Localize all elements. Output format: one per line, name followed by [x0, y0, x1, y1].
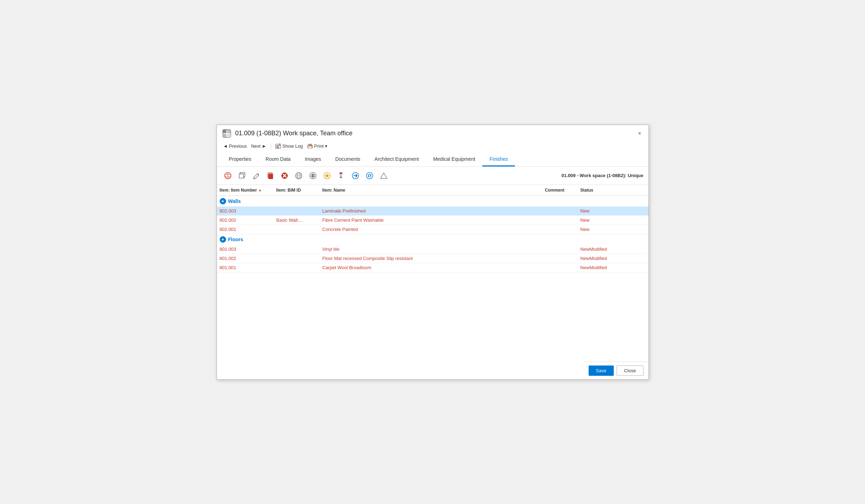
title-left: 01.009 (1-08B2) Work space, Team office [222, 129, 353, 138]
comment-cell [542, 225, 578, 234]
geometry-button[interactable] [378, 170, 390, 182]
print-label: Print ▾ [314, 143, 327, 149]
walls-expand-button[interactable]: + [220, 198, 226, 204]
bim-id-cell [274, 245, 320, 254]
table-row[interactable]: 802.001 Concrete Painted New [217, 225, 648, 234]
name-cell: Floor Mat recessed Composite Slip resist… [320, 254, 542, 263]
previous-button[interactable]: ◄ Previous [222, 143, 248, 149]
print-icon [307, 143, 313, 149]
header-comment: Comment [542, 186, 578, 194]
svg-line-23 [253, 177, 254, 179]
floors-expand-button[interactable]: + [220, 236, 226, 243]
svg-rect-44 [339, 172, 342, 174]
filter-button[interactable] [293, 170, 305, 182]
svg-rect-27 [268, 173, 272, 178]
window-body: 01.009 - Work space (1-08B2): Unique Ite… [217, 167, 648, 379]
walls-section-header: + Walls [217, 196, 648, 206]
close-button[interactable]: Close [617, 366, 643, 376]
copy-button[interactable] [264, 170, 276, 182]
name-cell: Carpet Wool Broadloom [320, 263, 542, 272]
bim-id-cell [274, 263, 320, 272]
item-number-cell: 802.002 [217, 216, 274, 225]
show-log-label: Show Log [282, 143, 303, 149]
status-cell: NewModified [578, 263, 620, 272]
table-row[interactable]: 801.003 Vinyl tile NewModified [217, 245, 648, 254]
sort-arrow-item-number[interactable]: ▲ [258, 188, 262, 192]
bim-id-cell [274, 254, 320, 263]
status-cell: New [578, 206, 620, 215]
extra-cell [620, 254, 648, 263]
save-button[interactable]: Save [589, 366, 614, 376]
bim-id-cell: Basic Wall:... [274, 216, 320, 225]
extra-cell [620, 245, 648, 254]
header-bim-id: Item: BIM ID [274, 186, 320, 194]
toolbar-divider-1 [271, 143, 271, 149]
floors-section-header: + Floors [217, 234, 648, 245]
icon-toolbar-left [222, 170, 390, 182]
svg-rect-7 [276, 146, 279, 147]
print-button[interactable]: Print ▾ [306, 143, 329, 150]
status-cell: NewModified [578, 245, 620, 254]
room-info-label: 01.009 - Work space (1-08B2): Unique [562, 173, 644, 178]
comment-cell [542, 254, 578, 263]
tab-properties[interactable]: Properties [222, 153, 259, 166]
comment-cell [542, 245, 578, 254]
title-bar: 01.009 (1-08B2) Work space, Team office … [217, 125, 648, 141]
tab-medical-equipment[interactable]: Medical Equipment [426, 153, 482, 166]
svg-rect-43 [340, 177, 342, 178]
3d-view-button[interactable] [222, 170, 234, 182]
table-row[interactable]: 802.002 Basic Wall:... Fibre Cement Pain… [217, 216, 648, 225]
tabs-container: Properties Room Data Images Documents Ar… [217, 153, 648, 167]
svg-rect-4 [227, 134, 231, 137]
svg-rect-8 [276, 147, 279, 148]
tab-architect-equipment[interactable]: Architect Equipment [367, 153, 426, 166]
name-cell: Vinyl tile [320, 245, 542, 254]
svg-marker-48 [381, 173, 387, 179]
item-number-cell: 801.001 [217, 263, 274, 272]
svg-rect-2 [227, 130, 231, 133]
header-item-number: Item: Item Number ▲ [217, 186, 274, 194]
svg-point-17 [225, 172, 231, 179]
svg-point-47 [366, 172, 373, 179]
tab-documents[interactable]: Documents [328, 153, 367, 166]
comment-cell [542, 216, 578, 225]
extra-cell [620, 216, 648, 225]
table-row[interactable]: 802.003 Laminate Prefinished New [217, 206, 648, 216]
table-row[interactable]: 801.002 Floor Mat recessed Composite Sli… [217, 254, 648, 263]
svg-rect-6 [276, 145, 280, 146]
table-row[interactable]: 801.001 Carpet Wool Broadloom NewModifie… [217, 263, 648, 272]
edit-button[interactable] [250, 170, 262, 182]
extra-cell [620, 225, 648, 234]
svg-point-13 [311, 146, 312, 147]
svg-rect-10 [308, 144, 312, 146]
header-name: Item: Name [320, 186, 542, 194]
svg-rect-9 [279, 143, 281, 145]
name-cell: Fibre Cement Paint Washable [320, 216, 542, 225]
footer: Save Close [584, 362, 648, 379]
svg-rect-1 [223, 130, 226, 133]
tab-room-data[interactable]: Room Data [258, 153, 298, 166]
name-cell: Laminate Prefinished [320, 206, 542, 215]
item-number-cell: 802.003 [217, 206, 274, 215]
close-window-button[interactable]: × [636, 130, 643, 137]
status-cell: NewModified [578, 254, 620, 263]
window-icon [222, 129, 232, 138]
walls-label: Walls [228, 198, 241, 204]
export-button[interactable] [349, 170, 361, 182]
main-window: 01.009 (1-08B2) Work space, Team office … [217, 125, 649, 380]
next-button[interactable]: Next ► [250, 143, 268, 149]
star-button[interactable] [321, 170, 333, 182]
floors-label: Floors [228, 237, 243, 242]
tab-images[interactable]: Images [298, 153, 328, 166]
svg-rect-18 [239, 174, 243, 178]
equals-button[interactable] [307, 170, 319, 182]
paint-button[interactable] [335, 170, 347, 182]
refresh-button[interactable] [364, 170, 376, 182]
extra-cell [620, 206, 648, 215]
show-log-button[interactable]: Show Log [274, 143, 304, 150]
header-extra [620, 186, 648, 194]
tab-finishes[interactable]: Finishes [482, 153, 515, 166]
box-button[interactable] [236, 170, 248, 182]
delete-button[interactable] [279, 170, 291, 182]
status-cell: New [578, 216, 620, 225]
